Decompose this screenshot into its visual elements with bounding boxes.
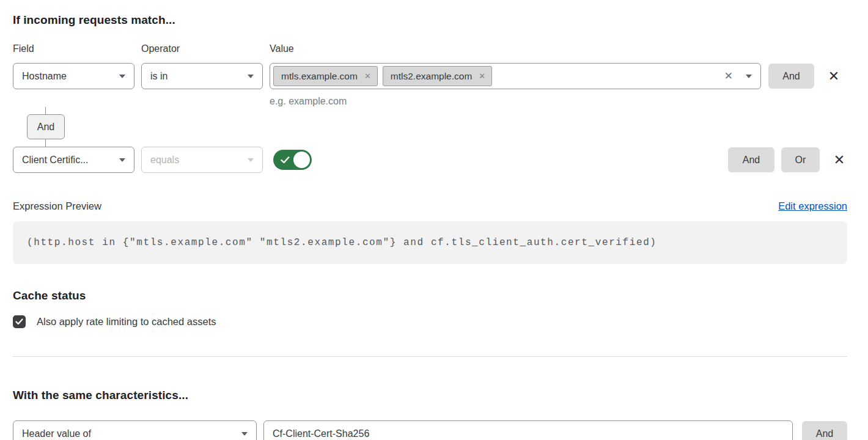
clear-values-icon[interactable]: ✕	[724, 71, 733, 81]
chevron-down-icon	[248, 75, 254, 78]
cached-assets-checkbox[interactable]	[13, 315, 26, 328]
condition-row-2: Client Certific... equals And Or ✕	[13, 147, 847, 173]
expression-preview-box: (http.host in {"mtls.example.com" "mtls2…	[13, 221, 847, 264]
delete-condition-icon[interactable]: ✕	[831, 147, 847, 172]
tag-remove-icon[interactable]: ✕	[364, 72, 371, 80]
add-and-condition-button[interactable]: And	[728, 147, 774, 172]
value-tag: mtls2.example.com ✕	[383, 66, 492, 86]
value-tag-label: mtls2.example.com	[391, 71, 473, 82]
value-helper-text: e.g. example.com	[270, 96, 761, 107]
characteristic-select-value: Header value of	[22, 428, 91, 439]
rule-builder: If incoming requests match... Field Oper…	[13, 0, 847, 440]
connector-line	[45, 107, 46, 114]
operator-select-2: equals	[141, 147, 263, 173]
value-label: Value	[270, 43, 761, 54]
cache-checkbox-row: Also apply rate limiting to cached asset…	[13, 315, 847, 328]
cached-assets-checkbox-label: Also apply rate limiting to cached asset…	[37, 316, 216, 328]
expression-header: Expression Preview Edit expression	[13, 200, 847, 212]
chevron-down-icon[interactable]	[746, 75, 752, 78]
value-tags: mtls.example.com ✕ mtls2.example.com ✕	[273, 66, 724, 86]
match-heading: If incoming requests match...	[13, 13, 847, 27]
connector-and-button[interactable]: And	[27, 114, 65, 139]
section-divider	[13, 356, 847, 357]
delete-condition-icon[interactable]: ✕	[826, 64, 842, 89]
value-tag: mtls.example.com ✕	[273, 66, 378, 86]
check-icon	[281, 156, 290, 164]
cert-verified-toggle[interactable]	[273, 150, 312, 170]
characteristics-heading: With the same characteristics...	[13, 389, 847, 402]
add-or-condition-button[interactable]: Or	[781, 147, 820, 172]
characteristics-row: Header value of And	[13, 420, 847, 440]
column-labels: Field Operator Value	[13, 43, 847, 54]
cache-status-heading: Cache status	[13, 289, 847, 302]
chevron-down-icon	[241, 432, 248, 436]
value-multiselect[interactable]: mtls.example.com ✕ mtls2.example.com ✕ ✕	[270, 63, 761, 89]
operator-select-1-value: is in	[150, 71, 167, 82]
connector-line	[45, 139, 46, 147]
add-and-condition-button[interactable]: And	[768, 64, 814, 89]
operator-label: Operator	[141, 43, 263, 54]
condition-row-1: Hostname is in mtls.example.com ✕ mtls2.…	[13, 63, 847, 107]
chevron-down-icon	[119, 75, 125, 78]
field-label: Field	[13, 43, 134, 54]
condition-connector: And	[13, 107, 847, 147]
value-column: mtls.example.com ✕ mtls2.example.com ✕ ✕…	[270, 63, 761, 107]
chevron-down-icon	[119, 158, 125, 162]
operator-select-1[interactable]: is in	[141, 63, 263, 89]
expression-code: (http.host in {"mtls.example.com" "mtls2…	[27, 237, 657, 248]
expression-preview-label: Expression Preview	[13, 200, 101, 212]
field-select-2-value: Client Certific...	[22, 155, 88, 166]
value-tag-label: mtls.example.com	[281, 71, 358, 82]
chevron-down-icon	[248, 158, 254, 162]
field-select-2[interactable]: Client Certific...	[13, 147, 134, 173]
toggle-knob	[293, 152, 310, 168]
field-select-1[interactable]: Hostname	[13, 63, 134, 89]
operator-select-2-value: equals	[150, 155, 179, 166]
header-name-input[interactable]	[263, 420, 793, 440]
field-select-1-value: Hostname	[22, 71, 67, 82]
multiselect-controls: ✕	[724, 71, 752, 81]
tag-remove-icon[interactable]: ✕	[479, 72, 485, 80]
check-icon	[15, 318, 23, 325]
add-characteristic-button[interactable]: And	[802, 421, 847, 440]
edit-expression-link[interactable]: Edit expression	[778, 200, 847, 212]
characteristic-select[interactable]: Header value of	[13, 420, 257, 440]
row-2-actions: And Or ✕	[728, 147, 847, 172]
